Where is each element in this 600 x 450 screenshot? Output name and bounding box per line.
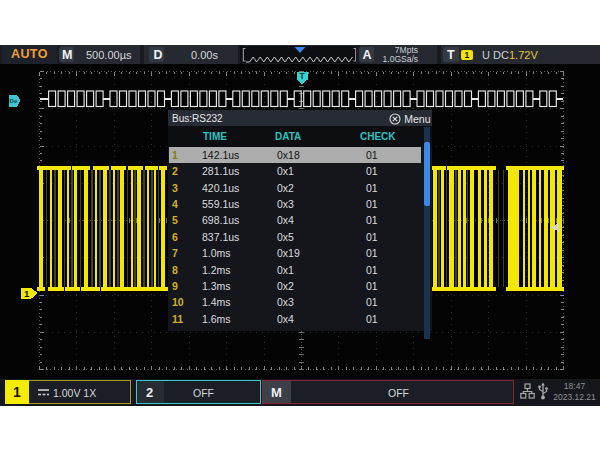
- svg-text:T: T: [299, 71, 305, 81]
- svg-text:1: 1: [24, 288, 30, 299]
- svg-text:De: De: [10, 98, 18, 104]
